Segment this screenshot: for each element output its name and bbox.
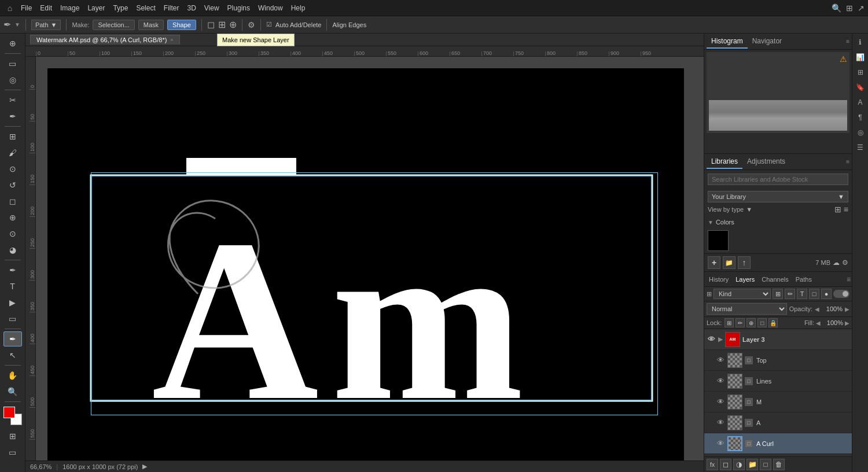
menu-help[interactable]: Help bbox=[288, 3, 309, 13]
menu-file[interactable]: File bbox=[17, 3, 35, 13]
pen-tool-dropdown-arrow[interactable]: ▼ bbox=[14, 21, 20, 28]
filter-toggle[interactable] bbox=[833, 290, 849, 298]
blend-mode-select[interactable]: Normal Multiply Screen Overlay bbox=[707, 303, 787, 315]
tool-blur[interactable]: ⊙ bbox=[3, 226, 22, 241]
mini-libraries-icon[interactable]: 🔖 bbox=[854, 81, 867, 94]
a-visibility-icon[interactable]: 👁 bbox=[716, 418, 725, 427]
layer3-visibility-icon[interactable]: 👁 bbox=[707, 335, 716, 344]
lock-artboard-btn[interactable]: □ bbox=[757, 318, 767, 327]
opacity-increase-btn[interactable]: ▶ bbox=[845, 306, 849, 312]
filter-adjustment-btn[interactable]: ✏ bbox=[785, 289, 795, 299]
tool-marquee[interactable]: ▭ bbox=[3, 56, 22, 71]
home-button[interactable]: ⌂ bbox=[3, 2, 16, 14]
tab-layers[interactable]: Layers bbox=[732, 274, 758, 285]
tab-channels[interactable]: Channels bbox=[758, 274, 792, 285]
top-visibility-icon[interactable]: 👁 bbox=[716, 356, 725, 364]
layer-fx-btn[interactable]: fx bbox=[707, 459, 718, 470]
tool-history-brush[interactable]: ↺ bbox=[3, 178, 22, 193]
document-tab[interactable]: Watermark AM.psd @ 66,7% (A Curl, RGB/8*… bbox=[30, 35, 180, 45]
tool-brush[interactable]: 🖌 bbox=[3, 145, 22, 160]
library-search-input[interactable] bbox=[708, 174, 848, 185]
fill-increase-btn[interactable]: ▶ bbox=[845, 320, 849, 326]
filter-kind-select[interactable]: Kind Name Effect bbox=[713, 289, 771, 299]
lib-cloud-icon[interactable]: ☁ bbox=[833, 259, 840, 267]
tab-histogram[interactable]: Histogram bbox=[707, 35, 748, 49]
m-visibility-icon[interactable]: 👁 bbox=[716, 397, 725, 406]
menu-filter[interactable]: Filter bbox=[160, 3, 183, 13]
lib-folder-button[interactable]: 📁 bbox=[723, 256, 735, 269]
tool-crop[interactable]: ✂ bbox=[3, 93, 22, 108]
tool-shape[interactable]: ▭ bbox=[3, 311, 22, 326]
tool-direct-select[interactable]: ↖ bbox=[3, 348, 22, 363]
tool-lasso[interactable]: ◎ bbox=[3, 72, 22, 87]
mini-font-icon[interactable]: A bbox=[854, 96, 867, 109]
document-tab-close[interactable]: × bbox=[170, 37, 173, 43]
layer-item-lines[interactable]: 👁 □ Lines bbox=[704, 371, 852, 392]
grid-view-icon[interactable]: ⊞ bbox=[834, 205, 841, 214]
checkbox-icon[interactable]: ☑ bbox=[266, 21, 272, 28]
menu-image[interactable]: Image bbox=[57, 3, 83, 13]
tool-pen[interactable]: ✒ bbox=[3, 263, 22, 278]
lock-pixel-btn[interactable]: ✏ bbox=[735, 318, 745, 327]
your-library-dropdown[interactable]: Your Library ▼ bbox=[708, 191, 848, 202]
filter-pixel-btn[interactable]: ⊞ bbox=[773, 289, 783, 299]
layer-new-btn[interactable]: □ bbox=[760, 459, 771, 470]
filter-type-btn[interactable]: T bbox=[797, 289, 807, 299]
lock-all-btn[interactable]: 🔒 bbox=[768, 318, 778, 327]
mini-info-icon[interactable]: ℹ bbox=[854, 36, 867, 49]
share-icon[interactable]: ↗ bbox=[858, 3, 865, 13]
menu-window[interactable]: Window bbox=[255, 3, 286, 13]
layers-options-icon[interactable]: ≡ bbox=[847, 275, 851, 283]
tool-mode-dropdown[interactable]: Path ▼ bbox=[31, 20, 61, 30]
layer-adjustment-btn[interactable]: ◑ bbox=[733, 459, 745, 470]
lock-transparent-btn[interactable]: ⊞ bbox=[724, 318, 734, 327]
menu-select[interactable]: Select bbox=[133, 3, 159, 13]
layer-group-btn[interactable]: 📁 bbox=[746, 459, 758, 470]
lock-position-btn[interactable]: ⊕ bbox=[746, 318, 756, 327]
canvas-viewport[interactable]: A m bbox=[36, 57, 704, 460]
selection-button[interactable]: Selection... bbox=[93, 20, 134, 30]
lib-upload-button[interactable]: ↑ bbox=[738, 256, 751, 269]
tool-healing[interactable]: ⊞ bbox=[3, 129, 22, 144]
lib-add-button[interactable]: + bbox=[708, 256, 720, 269]
libraries-panel-close[interactable]: ≡ bbox=[846, 158, 849, 165]
layer-delete-btn[interactable]: 🗑 bbox=[773, 459, 785, 470]
path-operations-icon[interactable]: ⊞ bbox=[218, 19, 226, 30]
mini-adjust-icon[interactable]: ◎ bbox=[854, 126, 867, 139]
menu-plugins[interactable]: Plugins bbox=[224, 3, 253, 13]
tool-zoom[interactable]: 🔍 bbox=[3, 384, 22, 399]
tab-history[interactable]: History bbox=[705, 274, 732, 285]
opacity-value[interactable]: 100% bbox=[822, 305, 843, 312]
panel-close-icon[interactable]: ≡ bbox=[846, 38, 849, 45]
menu-layer[interactable]: Layer bbox=[84, 3, 108, 13]
screen-mode-btn[interactable]: ▭ bbox=[3, 445, 22, 460]
fill-value[interactable]: 100% bbox=[822, 319, 843, 326]
mini-histogram-icon[interactable]: 📊 bbox=[854, 51, 867, 64]
tool-gradient[interactable]: ⊕ bbox=[3, 210, 22, 225]
quick-mask-btn[interactable]: ⊞ bbox=[3, 429, 22, 444]
filter-smart-btn[interactable]: ● bbox=[821, 289, 832, 299]
tool-eyedropper[interactable]: ✒ bbox=[3, 109, 22, 124]
status-arrow[interactable]: ▶ bbox=[142, 463, 147, 470]
lib-overflow-icon[interactable]: ⚙ bbox=[842, 259, 848, 267]
search-icon[interactable]: 🔍 bbox=[832, 3, 841, 13]
tab-adjustments[interactable]: Adjustments bbox=[742, 155, 790, 169]
tab-paths[interactable]: Paths bbox=[792, 274, 815, 285]
layer-item-a[interactable]: 👁 □ A bbox=[704, 412, 852, 433]
color-swatch-black[interactable] bbox=[708, 230, 729, 251]
colors-section-header[interactable]: ▼ Colors bbox=[704, 216, 852, 228]
opacity-decrease-btn[interactable]: ◀ bbox=[815, 306, 819, 312]
settings-icon[interactable]: ⚙ bbox=[248, 20, 255, 30]
tool-stamp[interactable]: ⊙ bbox=[3, 161, 22, 176]
mask-button[interactable]: Mask bbox=[138, 20, 164, 30]
list-view-icon[interactable]: ≡ bbox=[844, 205, 848, 214]
shape-icon-btn[interactable]: ◻ bbox=[207, 19, 215, 30]
layer-item-m[interactable]: 👁 □ M bbox=[704, 392, 852, 412]
mini-grid-icon[interactable]: ⊞ bbox=[854, 66, 867, 79]
view-by-type-control[interactable]: View by type ▼ ⊞ ≡ bbox=[708, 205, 848, 214]
lines-visibility-icon[interactable]: 👁 bbox=[716, 377, 725, 385]
foreground-color-swatch[interactable] bbox=[3, 407, 15, 418]
tool-path-select[interactable]: ▶ bbox=[3, 295, 22, 310]
tool-move[interactable]: ⊕ bbox=[3, 36, 22, 51]
tool-eraser[interactable]: ◻ bbox=[3, 194, 22, 209]
